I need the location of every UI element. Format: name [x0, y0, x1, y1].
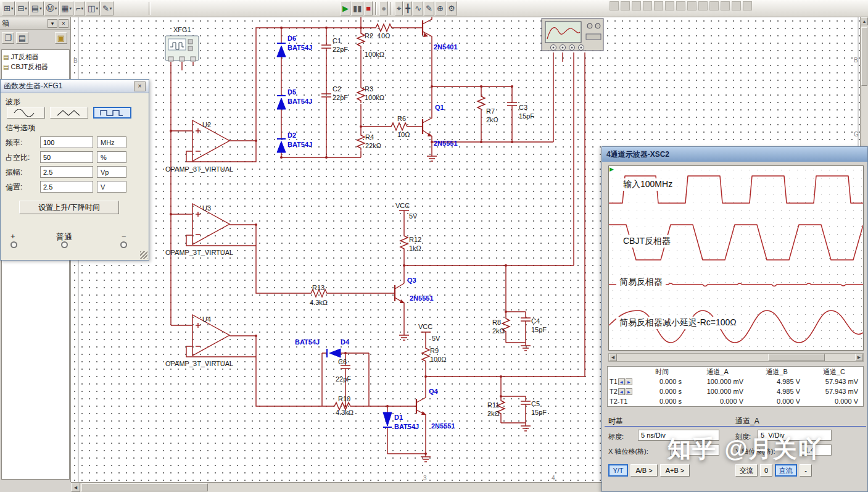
offset-input[interactable] [40, 181, 93, 193]
wave-icon[interactable]: ∿ [413, 1, 423, 15]
component-label[interactable]: D6 [287, 35, 296, 42]
component-label[interactable]: BAT54J [295, 338, 320, 346]
component-label[interactable]: BAT54J [287, 98, 312, 105]
component-label[interactable]: 2N5551 [434, 140, 458, 147]
component-label[interactable]: R11 [487, 401, 499, 409]
resistor-r4[interactable] [357, 133, 365, 151]
toolbox-item[interactable]: ▤CBJT反相器 [3, 62, 68, 72]
toolbox-titlebar[interactable]: 箱 ▾ × [0, 17, 70, 30]
component-label[interactable]: 2N5551 [431, 422, 455, 430]
scroll-up-icon[interactable]: ▲ [861, 17, 868, 25]
scroll-left-icon[interactable]: ◀ [71, 483, 80, 492]
measure-icon[interactable]: ╋ [403, 1, 412, 15]
component-label[interactable]: 100kΩ [365, 51, 384, 58]
t2-right-icon[interactable]: ▶ [626, 388, 632, 395]
component-label[interactable]: OPAMP_3T_VIRTUAL [165, 360, 233, 367]
scope-scroll-thumb[interactable] [768, 354, 825, 361]
component-label[interactable]: 1kΩ [409, 244, 421, 252]
component-label[interactable]: C4 [531, 317, 540, 325]
component-label[interactable]: R10 [338, 395, 350, 402]
component-label[interactable]: Q4 [429, 388, 439, 395]
run-button[interactable]: ▶ [341, 1, 350, 15]
amplitude-input[interactable] [40, 166, 93, 178]
diode-d4[interactable] [327, 349, 341, 357]
component-label[interactable]: 4.3kΩ [336, 409, 353, 416]
wires[interactable] [171, 17, 585, 462]
component-label[interactable]: D4 [341, 338, 350, 346]
vertical-scroll-thumb[interactable] [861, 27, 867, 86]
component-label[interactable]: 15pF [531, 326, 547, 333]
component-label[interactable]: 22pF [336, 375, 351, 383]
component-label[interactable]: XFG1 [173, 26, 191, 33]
component-label[interactable]: 22kΩ [365, 142, 381, 149]
t1-left-icon[interactable]: ◀ [618, 378, 625, 385]
ab-mode-button[interactable]: A/B > [630, 464, 658, 477]
scope-display[interactable]: ▶ 输入100MHz CBJT反相器 简易反相器 简易反相器减小延迟-Rc=10… [608, 165, 864, 351]
resize-grip[interactable] [140, 251, 147, 259]
component-label[interactable]: C3 [519, 104, 527, 111]
scroll-left-icon[interactable]: ◀ [609, 354, 617, 361]
component-label[interactable]: U4 [202, 315, 211, 323]
component-label[interactable]: 10Ω [397, 131, 410, 138]
component-label[interactable]: 15pF [531, 409, 547, 416]
diode-d5[interactable] [277, 96, 286, 109]
component-label[interactable]: BAT54J [287, 44, 312, 51]
component-label[interactable]: VCC [395, 202, 410, 209]
stop-button[interactable]: ■ [364, 1, 373, 15]
component-label[interactable]: D2 [287, 131, 296, 139]
t1-right-icon[interactable]: ▶ [626, 378, 632, 385]
dc-coupling-button[interactable]: 直流 [775, 464, 797, 477]
horizontal-scroll-thumb[interactable] [81, 483, 208, 491]
place-text-icon[interactable]: ✎▾ [101, 1, 114, 15]
component-label[interactable]: R7 [486, 107, 495, 115]
component-label[interactable]: R12 [409, 236, 421, 243]
component-label[interactable]: 100kΩ [365, 94, 384, 101]
frequency-input[interactable] [40, 136, 93, 148]
a-plus-b-mode-button[interactable]: A+B > [660, 464, 690, 477]
component-label[interactable]: 2N5401 [434, 43, 458, 51]
yt-mode-button[interactable]: Y/T [608, 464, 628, 477]
pen-icon[interactable]: ✎ [424, 1, 434, 15]
sine-wave-button[interactable] [7, 107, 45, 119]
component-label[interactable]: 2kΩ [492, 327, 505, 335]
pause-button[interactable]: ▮▮ [351, 1, 363, 15]
resistor-r9[interactable] [422, 346, 429, 364]
zoom-icon[interactable]: ⊕ [435, 1, 445, 15]
close-icon[interactable]: × [134, 81, 146, 91]
component-label[interactable]: R4 [365, 133, 374, 141]
toolbox-item[interactable]: ▤JT反相器 [3, 52, 68, 62]
zero-coupling-button[interactable]: 0 [760, 464, 772, 477]
component-label[interactable]: U3 [202, 204, 211, 212]
minus-coupling-button[interactable]: - [800, 464, 812, 477]
triangle-wave-button[interactable] [50, 107, 88, 119]
t2-left-icon[interactable]: ◀ [618, 388, 625, 395]
y-offset-input[interactable] [800, 444, 832, 456]
x-offset-input[interactable] [670, 444, 719, 456]
diode-d1[interactable] [383, 412, 392, 427]
multisim-m-icon[interactable]: Ⓜ▾ [44, 1, 59, 15]
diode-d2[interactable] [277, 139, 286, 152]
component-label[interactable]: D5 [287, 88, 296, 96]
component-label[interactable]: 22pF [333, 46, 348, 53]
place-hierarchical-icon[interactable]: ◫▾ [86, 1, 100, 15]
component-label[interactable]: 2N5551 [410, 294, 434, 302]
set-rise-fall-button[interactable]: 设置上升/下降时间 [19, 201, 119, 214]
component-label[interactable]: 5V [432, 335, 440, 342]
component-label[interactable]: Q1 [435, 104, 444, 111]
component-label[interactable]: R6 [397, 115, 406, 122]
dialog-titlebar[interactable]: 函数发生器-XFG1 × [1, 80, 149, 93]
ac-coupling-button[interactable]: 交流 [735, 464, 758, 477]
place-connector-icon[interactable]: ⌐▾ [74, 1, 85, 15]
scope-hscrollbar[interactable]: ◀ ▶ [608, 353, 864, 362]
place-junction-icon[interactable]: ⊟▾ [15, 1, 28, 15]
component-label[interactable]: 100Ω [430, 356, 447, 363]
component-label[interactable]: R8 [492, 319, 501, 326]
component-label[interactable]: 2kΩ [487, 410, 500, 417]
terminal-plus-radio[interactable] [10, 241, 17, 248]
resistor-r6[interactable] [389, 123, 410, 130]
component-label[interactable]: U2 [202, 121, 211, 128]
component-label[interactable]: C1 [333, 37, 341, 44]
component-label[interactable]: VCC [418, 323, 432, 330]
component-label[interactable]: R3 [365, 85, 373, 93]
scope-titlebar[interactable]: 4通道示波器-XSC2 [602, 147, 867, 162]
